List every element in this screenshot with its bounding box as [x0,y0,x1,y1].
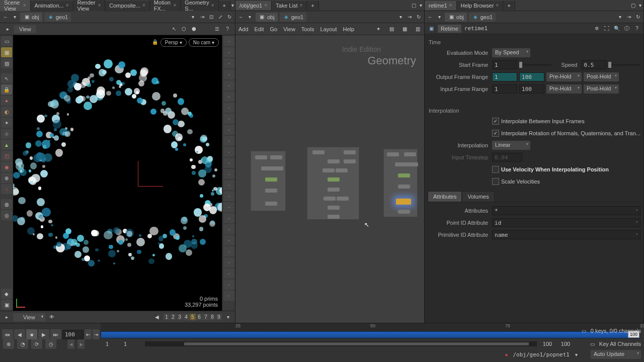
display-option-icon[interactable]: · [223,246,234,256]
grid-icon[interactable]: ▦ [401,26,408,33]
pin-icon[interactable]: ▾ [190,14,197,21]
gear-icon[interactable]: ✲ [593,25,600,32]
expand-icon[interactable]: ⤢ [217,14,224,21]
toolbar-icon[interactable]: ☰ [214,26,221,33]
play-button[interactable]: ▶ [38,329,49,339]
tab-obj-geo1[interactable]: /obj/geo1× [235,1,272,10]
view-footer-dropdown[interactable]: View ▾ [13,313,45,321]
path-geo1[interactable]: ◈geo1 [280,13,306,22]
tool-icon[interactable]: ▲ [1,140,12,150]
pane-menu-icon[interactable]: ▾ [230,2,235,9]
loop-toggle[interactable]: ⇥ [93,329,100,339]
camera-dropdown[interactable]: No cam ▾ [189,38,219,47]
history-icon[interactable]: ▾ [436,14,443,21]
in-prehold-dropdown[interactable]: Pre-Hold [546,84,582,94]
viewport-layout-picker[interactable]: 123456789 [164,314,222,320]
stop-button[interactable]: ■ [26,329,37,339]
layout-menu-icon[interactable]: ▾ [225,314,232,321]
use-velocity-checkbox[interactable] [492,166,499,173]
menu-edit[interactable]: Edit [255,26,264,32]
back-icon[interactable]: ← [237,14,245,21]
key-all-channels[interactable]: Key All Channels [599,341,641,347]
maximize-icon[interactable]: ▢ [629,2,636,9]
info-icon[interactable]: ⓘ [623,25,630,32]
subtab-volumes[interactable]: Volumes [462,191,494,202]
tool-icon[interactable]: ◎ [1,210,12,220]
display-option-icon[interactable]: · [223,80,234,90]
display-option-icon[interactable]: · [223,169,234,179]
attributes-input[interactable]: * [492,206,640,215]
add-tab[interactable]: + [219,1,230,10]
key-button[interactable]: ⊕ [3,339,14,349]
eye-icon[interactable]: 👁 [48,314,55,321]
view-mode-button[interactable]: View [14,25,36,33]
menu-go[interactable]: Go [270,26,278,32]
tool-icon[interactable]: ▨ [1,58,12,68]
maximize-icon[interactable]: ▢ [410,2,417,9]
display-option-icon[interactable]: · [223,268,234,279]
view-menu-icon[interactable]: ▸ [4,26,11,33]
start-frame-input[interactable] [492,60,517,69]
lock-icon[interactable]: 🔒 [1,84,12,95]
prev-frame-button[interactable]: ◀ [14,329,25,339]
help-icon[interactable]: ? [633,25,640,32]
persp-dropdown[interactable]: Persp ▾ [160,38,187,47]
path-obj[interactable]: ▣obj [256,13,278,22]
out-end-input[interactable] [519,72,544,81]
selected-node-retime[interactable] [396,199,411,205]
node-group[interactable] [307,147,359,220]
wand-icon[interactable]: ✦ [375,26,382,33]
menu-layout[interactable]: Layout [320,26,337,32]
link-icon[interactable]: ⇥ [199,14,206,21]
interp-dropdown[interactable]: Linear [492,141,530,150]
display-option-icon[interactable]: · [223,103,234,113]
speed-slider[interactable] [608,64,640,66]
search-icon[interactable]: 🔍 [613,25,620,32]
prev-key-button[interactable]: ◃ [67,339,74,349]
range-slider[interactable] [145,341,537,346]
channel-icon[interactable]: ▭ [581,327,588,334]
magnet-icon[interactable]: ∩ [1,184,12,194]
node-group[interactable] [251,151,286,211]
clock-icon[interactable]: ◷ [45,339,56,349]
out-prehold-dropdown[interactable]: Pre-Hold [546,72,582,81]
menu-add[interactable]: Add [238,26,249,32]
tab-take-list[interactable]: Take List× [272,1,307,10]
tool-icon[interactable]: ⊹ [1,129,12,139]
pin-icon[interactable]: ▾ [397,14,404,21]
tool-icon[interactable]: ◍ [1,199,12,209]
lock-icon[interactable]: 🔒 [151,38,158,45]
tool-icon[interactable]: ◉ [1,162,12,172]
arrow-tool-icon[interactable]: ↖ [1,73,12,83]
display-option-icon[interactable]: · [223,69,234,79]
current-frame-input[interactable] [62,330,84,339]
back-icon[interactable]: ← [2,14,9,21]
menu-tools[interactable]: Tools [301,26,314,32]
display-option-icon[interactable]: · [223,114,234,124]
back-icon[interactable]: ← [427,14,434,21]
realtime-toggle[interactable]: ⇤ [85,329,92,339]
interp-rotation-checkbox[interactable] [492,130,499,137]
refresh-icon[interactable]: ↻ [634,14,641,21]
display-option-icon[interactable]: · [223,280,234,290]
menu-help[interactable]: Help [343,26,355,32]
last-frame-button[interactable]: ⏭ [50,329,61,339]
select-tool-icon[interactable]: ↖ [171,26,178,33]
out-posthold-dropdown[interactable]: Post-Hold [584,72,619,81]
lasso-icon[interactable]: ⬡ [181,26,188,33]
timeline-scrubber[interactable]: 100 [101,331,640,338]
display-option-icon[interactable]: · [223,92,234,102]
link-icon[interactable]: ⇥ [625,14,632,21]
refresh-icon[interactable]: ↻ [415,14,422,21]
display-option-icon[interactable]: · [223,136,234,146]
history-icon[interactable]: ▾ [247,14,254,21]
add-tab[interactable]: + [307,1,318,10]
out-start-input[interactable] [492,72,517,81]
tab-animation[interactable]: Animation...× [31,1,73,10]
tab-composite[interactable]: Composite...× [105,1,150,10]
pin-icon[interactable]: ▾ [616,14,623,21]
help-icon[interactable]: ? [224,26,231,33]
sphere-icon[interactable]: ● [1,96,12,106]
tab-help-browser[interactable]: Help Browser× [457,1,504,10]
3d-viewport[interactable]: 🔒 Persp ▾ No cam ▾ 0 prims 33,297 points [13,35,222,311]
